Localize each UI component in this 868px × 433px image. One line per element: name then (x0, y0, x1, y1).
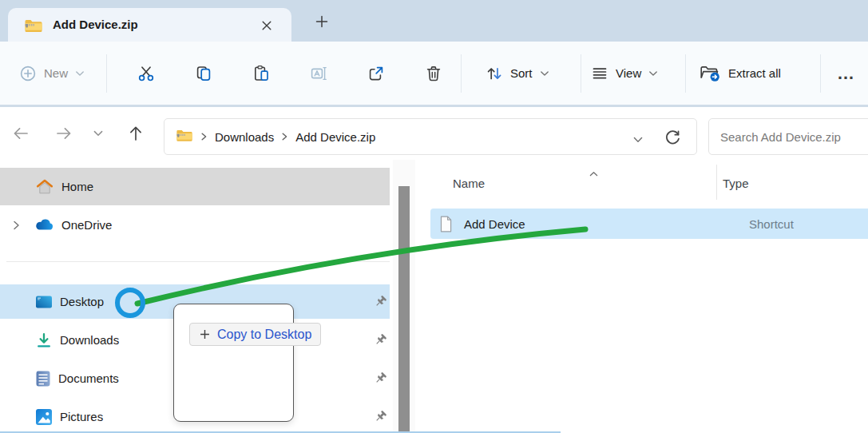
scissors-icon (137, 64, 156, 83)
tab-add-device-zip[interactable]: Add Device.zip (8, 8, 291, 42)
toolbar-separator (106, 54, 107, 93)
sidebar-item-home[interactable]: Home (0, 168, 390, 205)
copy-icon (194, 64, 213, 83)
column-divider[interactable] (716, 165, 717, 200)
toolbar-separator (820, 54, 821, 93)
search-input[interactable] (709, 119, 868, 154)
sidebar-item-label: Pictures (60, 410, 103, 423)
file-icon (439, 216, 453, 232)
sidebar-item-label: Desktop (60, 295, 104, 308)
sort-button-label: Sort (510, 66, 533, 80)
sort-ascending-icon (589, 166, 599, 181)
file-explorer-window: Add Device.zip New (0, 0, 868, 433)
home-icon (35, 178, 54, 195)
cut-button[interactable] (135, 62, 157, 85)
view-button-label: View (616, 66, 641, 80)
new-button-label: New (44, 66, 68, 80)
paste-button[interactable] (250, 62, 272, 85)
address-dropdown-chevron[interactable] (632, 133, 644, 147)
pin-icon[interactable] (374, 295, 387, 308)
breadcrumb-item-add-device-zip[interactable]: Add Device.zip (295, 130, 375, 144)
column-header-type[interactable]: Type (723, 177, 749, 190)
trash-icon (424, 64, 443, 83)
address-bar: Downloads Add Device.zip (0, 107, 868, 160)
file-row-add-device[interactable]: Add Device Shortcut (430, 209, 868, 239)
onedrive-cloud-icon (34, 218, 54, 232)
drag-ghost-box (173, 304, 294, 422)
breadcrumb-chevron-icon (281, 132, 288, 141)
new-tab-button[interactable] (313, 13, 331, 30)
breadcrumb-item-downloads[interactable]: Downloads (215, 130, 274, 144)
pin-icon[interactable] (374, 333, 387, 347)
refresh-icon[interactable] (663, 129, 682, 148)
expand-chevron-icon[interactable] (10, 219, 22, 232)
pin-icon[interactable] (374, 410, 387, 423)
drag-tooltip: Copy to Desktop (189, 323, 321, 346)
chevron-down-icon (648, 70, 658, 77)
chevron-down-icon (540, 70, 549, 77)
column-header-name[interactable]: Name (453, 177, 485, 190)
extract-all-button-label: Extract all (728, 66, 781, 80)
tab-close-icon[interactable] (259, 18, 275, 34)
view-lines-icon (591, 65, 608, 82)
sidebar-item-label: Downloads (60, 333, 119, 347)
recent-locations-chevron[interactable] (89, 122, 107, 145)
breadcrumb[interactable]: Downloads Add Device.zip (164, 118, 697, 155)
delete-button[interactable] (422, 62, 445, 85)
sidebar-item-label: Documents (58, 371, 119, 385)
view-button[interactable]: View (591, 42, 658, 105)
paste-icon (252, 64, 271, 83)
scrollbar-thumb[interactable] (398, 186, 410, 433)
extract-folder-icon (700, 64, 721, 82)
plus-circle-icon (19, 65, 37, 82)
documents-icon (35, 370, 51, 387)
extract-all-button[interactable]: Extract all (700, 42, 781, 105)
toolbar-separator (461, 54, 462, 93)
sort-button[interactable]: Sort (486, 42, 549, 105)
rename-icon (309, 64, 328, 83)
up-button[interactable] (125, 122, 147, 145)
sidebar-scrollbar (393, 160, 415, 433)
chevron-down-icon (75, 70, 85, 77)
plus-icon (199, 328, 211, 340)
search-box (708, 118, 868, 155)
forward-button[interactable] (53, 122, 75, 145)
file-type: Shortcut (749, 217, 794, 231)
new-button[interactable]: New (19, 42, 85, 105)
file-name: Add Device (464, 217, 525, 231)
sidebar-item-onedrive[interactable]: OneDrive (0, 206, 390, 244)
sidebar-item-label: OneDrive (61, 218, 112, 232)
toolbar-separator (685, 54, 686, 93)
copy-button[interactable] (192, 62, 215, 85)
downloads-icon (35, 332, 53, 349)
tab-title: Add Device.zip (53, 8, 138, 42)
zip-folder-icon (24, 18, 43, 36)
more-options-button[interactable]: … (837, 42, 855, 105)
drag-tooltip-label: Copy to Desktop (217, 328, 311, 342)
file-list-pane: Name Type Add Device Shortcut (419, 160, 868, 433)
share-icon (367, 64, 386, 83)
pictures-icon (35, 408, 53, 426)
back-button[interactable] (10, 122, 32, 145)
tab-bar: Add Device.zip (0, 0, 868, 42)
zip-folder-icon (176, 128, 193, 145)
sidebar-item-label: Home (61, 180, 93, 193)
sidebar-divider (6, 261, 390, 262)
breadcrumb-chevron-icon (200, 132, 208, 141)
rename-button[interactable] (307, 62, 330, 85)
command-toolbar: New (0, 42, 868, 105)
desktop-icon (35, 295, 53, 309)
sort-arrows-icon (486, 65, 503, 82)
pin-icon[interactable] (374, 371, 387, 385)
toolbar-separator (581, 54, 581, 93)
share-button[interactable] (365, 62, 387, 85)
ellipsis-icon: … (837, 66, 855, 81)
